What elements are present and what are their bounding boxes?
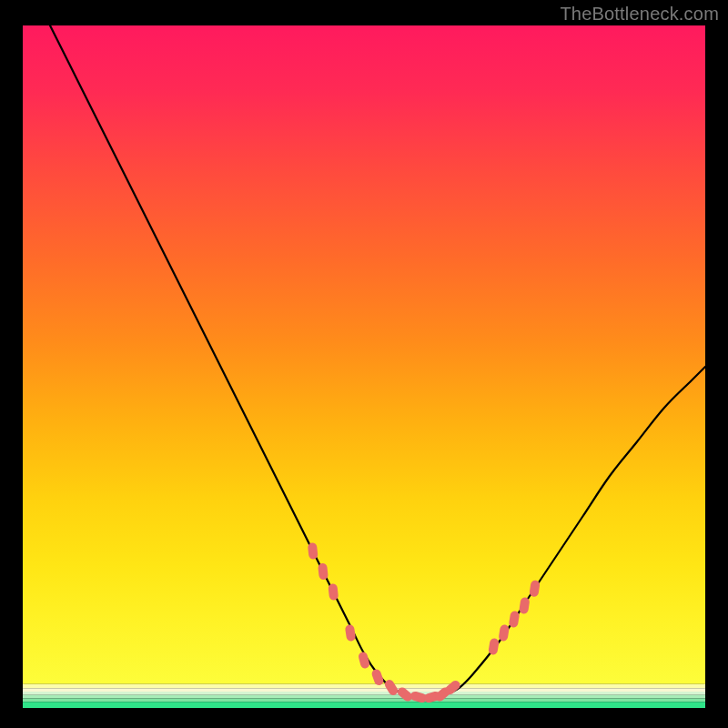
band-pale-yellow xyxy=(23,684,705,689)
band-mint-3 xyxy=(23,699,705,703)
band-green xyxy=(23,702,705,708)
watermark-text: TheBottleneck.com xyxy=(560,4,719,25)
band-mint-2 xyxy=(23,695,705,699)
band-mint-1 xyxy=(23,692,705,695)
band-cream xyxy=(23,688,705,692)
band-main-gradient xyxy=(23,25,705,684)
chart-stage: TheBottleneck.com xyxy=(0,0,728,728)
chart-svg xyxy=(0,0,728,728)
